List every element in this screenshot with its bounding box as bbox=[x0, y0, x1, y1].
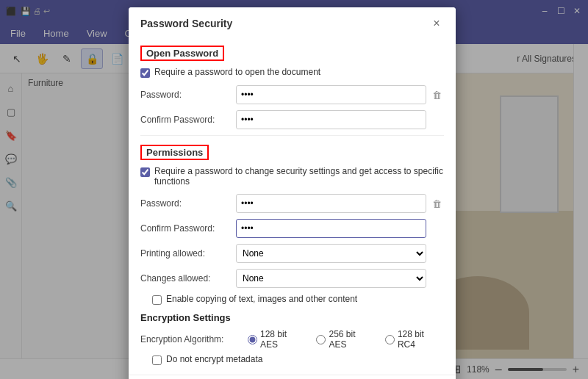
changes-label: Changes allowed: bbox=[140, 273, 236, 284]
metadata-checkbox[interactable] bbox=[152, 355, 162, 365]
open-confirm-row: Confirm Password: 🗑 bbox=[140, 110, 444, 129]
enc-128rc4-radio[interactable] bbox=[385, 335, 395, 344]
enc-256aes-option[interactable]: 256 bit AES bbox=[316, 329, 374, 350]
dialog-body: Open Password Require a password to open… bbox=[129, 37, 456, 375]
dialog-close-button[interactable]: × bbox=[429, 16, 444, 31]
password-security-dialog: Password Security × Open Password Requir… bbox=[129, 7, 456, 379]
perm-confirm-input[interactable] bbox=[236, 219, 426, 238]
open-password-checkbox-label: Require a password to open the document bbox=[154, 67, 320, 77]
copy-label: Enable copying of text, images and other… bbox=[166, 294, 357, 304]
copy-checkbox[interactable] bbox=[152, 295, 162, 305]
enc-256aes-radio[interactable] bbox=[316, 335, 326, 344]
enc-128aes-radio[interactable] bbox=[248, 335, 257, 344]
divider-1 bbox=[140, 135, 444, 136]
metadata-checkbox-row: Do not encrypt metadata bbox=[152, 354, 444, 365]
permissions-checkbox[interactable] bbox=[140, 167, 150, 177]
enc-128rc4-label: 128 bit RC4 bbox=[398, 329, 444, 350]
enc-128rc4-option[interactable]: 128 bit RC4 bbox=[385, 329, 444, 350]
open-password-checkbox[interactable] bbox=[140, 68, 150, 78]
perm-confirm-row: Confirm Password: 🗑 bbox=[140, 219, 444, 238]
metadata-label: Do not encrypt metadata bbox=[166, 354, 262, 364]
confirm-password-label: Confirm Password: bbox=[140, 115, 236, 125]
open-password-row: Password: 🗑 bbox=[140, 85, 444, 104]
perm-password-label: Password: bbox=[140, 198, 236, 209]
permissions-checkbox-label: Require a password to change security se… bbox=[154, 166, 444, 187]
perm-confirm-label: Confirm Password: bbox=[140, 223, 236, 234]
enc-title: Encryption Settings bbox=[140, 312, 444, 323]
enc-128aes-label: 128 bit AES bbox=[260, 329, 306, 350]
enc-algo-radio-group: 128 bit AES 256 bit AES 128 bit RC4 bbox=[248, 329, 444, 350]
open-password-input[interactable] bbox=[236, 85, 426, 104]
enc-algo-row: Encryption Algorithm: 128 bit AES 256 bi… bbox=[140, 329, 444, 350]
permissions-header: Permissions bbox=[140, 145, 209, 160]
dialog-footer: CANCEL OK bbox=[129, 375, 456, 379]
open-password-clear-icon[interactable]: 🗑 bbox=[429, 85, 444, 104]
open-password-checkbox-row: Require a password to open the document bbox=[140, 67, 444, 78]
open-confirm-input[interactable] bbox=[236, 110, 426, 129]
password-label: Password: bbox=[140, 90, 236, 100]
enc-128aes-option[interactable]: 128 bit AES bbox=[248, 329, 306, 350]
open-password-section: Open Password Require a password to open… bbox=[140, 43, 444, 129]
changes-select[interactable]: None Inserting, Deleting and Rotating Pa… bbox=[236, 269, 426, 288]
perm-password-row: Password: 🗑 bbox=[140, 194, 444, 213]
open-password-header: Open Password bbox=[140, 46, 224, 61]
copy-checkbox-row: Enable copying of text, images and other… bbox=[152, 294, 444, 305]
permissions-checkbox-row: Require a password to change security se… bbox=[140, 166, 444, 187]
printing-select[interactable]: None Low Resolution High Resolution bbox=[236, 244, 426, 263]
printing-row: Printing allowed: None Low Resolution Hi… bbox=[140, 244, 444, 263]
perm-password-clear-icon[interactable]: 🗑 bbox=[429, 194, 444, 213]
changes-row: Changes allowed: None Inserting, Deletin… bbox=[140, 269, 444, 288]
permissions-section: Permissions Require a password to change… bbox=[140, 142, 444, 305]
enc-algo-label: Encryption Algorithm: bbox=[140, 334, 236, 344]
perm-password-input[interactable] bbox=[236, 194, 426, 213]
dialog-titlebar: Password Security × bbox=[129, 7, 456, 37]
encryption-section: Encryption Settings Encryption Algorithm… bbox=[140, 312, 444, 365]
enc-256aes-label: 256 bit AES bbox=[329, 329, 374, 350]
printing-label: Printing allowed: bbox=[140, 248, 236, 259]
dialog-title: Password Security bbox=[140, 18, 232, 29]
